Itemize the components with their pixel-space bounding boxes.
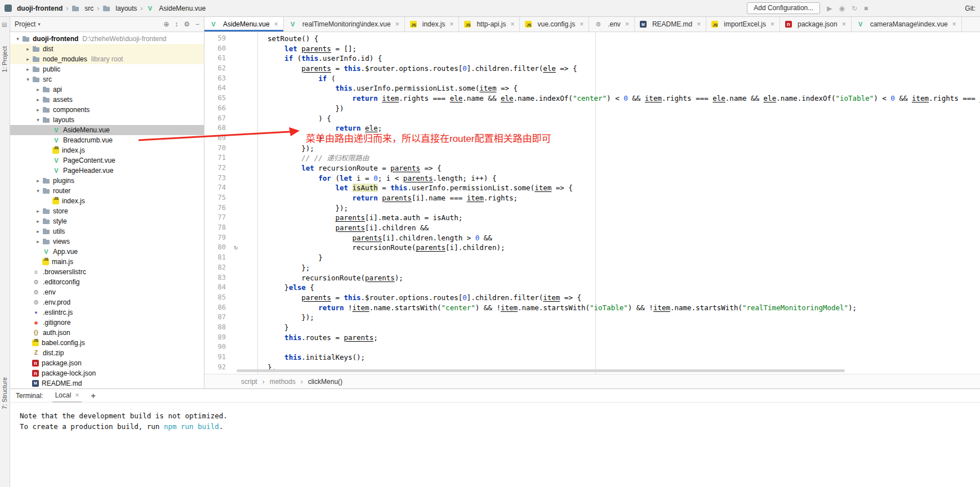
tree-item[interactable]: ▸api xyxy=(10,84,204,95)
hide-panel-icon[interactable]: − xyxy=(195,20,199,28)
tree-item[interactable]: VApp.vue xyxy=(10,247,204,257)
run-icon[interactable]: ▶ xyxy=(827,5,832,12)
editor-tab[interactable]: MREADME.md× xyxy=(635,17,706,32)
tree-item[interactable]: ▸plugins xyxy=(10,176,204,186)
tree-item[interactable]: ●.eslintrc.js xyxy=(10,307,204,318)
chevron-down-icon[interactable]: ▾ xyxy=(14,34,22,44)
editor-tab[interactable]: JShttp-api.js× xyxy=(459,17,520,32)
scroll-to-source-icon[interactable]: ⊕ xyxy=(163,20,169,28)
breadcrumb-item[interactable]: methods xyxy=(270,378,296,386)
tree-item[interactable]: ▸assets xyxy=(10,95,204,105)
tree-item[interactable]: ▸node_moduleslibrary root xyxy=(10,54,204,64)
add-configuration-button[interactable]: Add Configuration... xyxy=(747,2,820,14)
tab-close-icon[interactable]: × xyxy=(770,20,774,28)
tree-item[interactable]: ◆.gitignore xyxy=(10,318,204,328)
tree-item[interactable]: ⚙.env xyxy=(10,287,204,297)
tree-item[interactable]: JSmain.js xyxy=(10,257,204,267)
editor-tab[interactable]: npackage.json× xyxy=(780,17,852,32)
editor-tab[interactable]: VcameraManage\index.vue× xyxy=(852,17,962,32)
tree-item[interactable]: JSindex.js xyxy=(10,145,204,155)
terminal-tab-close-icon[interactable]: × xyxy=(75,391,79,399)
tree-item[interactable]: ≡.browserslistrc xyxy=(10,267,204,277)
tab-close-icon[interactable]: × xyxy=(274,20,278,28)
tree-item[interactable]: npackage-lock.json xyxy=(10,368,204,378)
code-line: 71 // // 递归权限路由 xyxy=(204,153,980,163)
tree-item[interactable]: ▾layouts xyxy=(10,115,204,125)
tool-window-button-project[interactable]: 1: Project xyxy=(1,46,8,72)
code-editor[interactable]: 59setRoute() {60 let parents = [];61 if … xyxy=(204,32,980,374)
tree-item[interactable]: ▸utils xyxy=(10,226,204,236)
tree-item[interactable]: ▾src xyxy=(10,74,204,84)
editor-tab[interactable]: VAsideMenu.vue× xyxy=(204,17,284,32)
breadcrumb-item[interactable]: VAsideMenu.vue xyxy=(146,5,206,12)
tree-item[interactable]: Zdist.zip xyxy=(10,348,204,358)
new-terminal-button[interactable]: + xyxy=(91,391,95,400)
breadcrumb-item[interactable]: script xyxy=(241,378,257,386)
chevron-right-icon[interactable]: ▸ xyxy=(34,206,42,216)
chevron-down-icon[interactable]: ▾ xyxy=(34,186,42,196)
tree-item[interactable]: ⚙.env.prod xyxy=(10,297,204,307)
breadcrumb-item[interactable]: clickMenu() xyxy=(308,378,342,386)
tree-item[interactable]: MREADME.md xyxy=(10,378,204,388)
rerun-icon[interactable]: ↻ xyxy=(852,5,857,12)
expand-collapse-icon[interactable]: ↕ xyxy=(175,20,178,28)
tree-item[interactable]: npackage.json xyxy=(10,358,204,368)
breadcrumb-item[interactable]: duoji-frontend xyxy=(5,5,63,12)
debug-icon[interactable]: ◉ xyxy=(839,5,845,12)
editor-tab[interactable]: VrealTimeMonitoring\index.vue× xyxy=(284,17,405,32)
tree-item[interactable]: {}auth.json xyxy=(10,328,204,338)
chevron-right-icon[interactable]: ▸ xyxy=(34,236,42,247)
tab-close-icon[interactable]: × xyxy=(580,20,583,28)
tool-window-button-structure[interactable]: 7: Structure xyxy=(1,377,8,409)
horizontal-scrollbar[interactable] xyxy=(237,369,845,372)
tab-close-icon[interactable]: × xyxy=(952,20,956,28)
chevron-down-icon[interactable]: ▾ xyxy=(24,74,32,84)
tool-window-icon[interactable]: ▤ xyxy=(2,21,7,28)
chevron-right-icon[interactable]: ▸ xyxy=(34,176,42,186)
settings-gear-icon[interactable]: ⚙ xyxy=(184,20,190,28)
tree-item[interactable]: VAsideMenu.vue xyxy=(10,125,204,135)
tree-item[interactable]: ▸style xyxy=(10,216,204,226)
tree-item[interactable]: VPageHeader.vue xyxy=(10,166,204,176)
tab-close-icon[interactable]: × xyxy=(510,20,514,28)
tab-close-icon[interactable]: × xyxy=(625,20,629,28)
tab-close-icon[interactable]: × xyxy=(395,20,399,28)
tree-item[interactable]: ▸dist xyxy=(10,44,204,54)
chevron-down-icon[interactable]: ▾ xyxy=(34,115,42,125)
project-view-selector[interactable]: Project ▾ xyxy=(15,20,41,28)
tree-item[interactable]: JSindex.js xyxy=(10,196,204,206)
git-widget[interactable]: Git: xyxy=(965,5,975,12)
chevron-right-icon[interactable]: ▸ xyxy=(24,44,32,54)
editor-tab[interactable]: ⚙.env× xyxy=(589,17,635,32)
chevron-right-icon[interactable]: ▸ xyxy=(34,95,42,105)
tab-close-icon[interactable]: × xyxy=(697,20,701,28)
tab-close-icon[interactable]: × xyxy=(449,20,453,28)
chevron-right-icon[interactable]: ▸ xyxy=(34,226,42,236)
editor-tab[interactable]: JSimportExcel.js× xyxy=(706,17,780,32)
terminal-output[interactable]: Note that the development build is not o… xyxy=(10,403,980,432)
tab-close-icon[interactable]: × xyxy=(842,20,846,28)
tree-item[interactable]: ▸public xyxy=(10,64,204,74)
tree-item[interactable]: VPageContent.vue xyxy=(10,155,204,166)
chevron-right-icon[interactable]: ▸ xyxy=(34,84,42,95)
tree-item[interactable]: ▸store xyxy=(10,206,204,216)
chevron-right-icon[interactable]: ▸ xyxy=(24,54,32,64)
terminal-tab-local[interactable]: Local × xyxy=(52,389,82,403)
js-icon: JS xyxy=(464,21,471,28)
tree-item[interactable]: ▾duoji-frontendD:\zheheWeb\duoji-fronten… xyxy=(10,34,204,44)
tree-item[interactable]: ⚙.editorconfig xyxy=(10,277,204,287)
editor-tab[interactable]: JSvue.config.js× xyxy=(520,17,589,32)
stop-icon[interactable]: ■ xyxy=(864,5,868,12)
chevron-right-icon[interactable]: ▸ xyxy=(34,216,42,226)
recursive-call-icon[interactable]: ↻ xyxy=(234,243,238,253)
chevron-right-icon[interactable]: ▸ xyxy=(24,64,32,74)
breadcrumb-item[interactable]: src xyxy=(72,5,93,12)
editor-tab[interactable]: JSindex.js× xyxy=(405,17,460,32)
breadcrumb-item[interactable]: layouts xyxy=(103,5,137,12)
tree-item[interactable]: ▸views xyxy=(10,236,204,247)
tree-item[interactable]: ▾router xyxy=(10,186,204,196)
tree-item[interactable]: ▸components xyxy=(10,105,204,115)
tree-item[interactable]: VBreadcrumb.vue xyxy=(10,135,204,145)
chevron-right-icon[interactable]: ▸ xyxy=(34,105,42,115)
tree-item[interactable]: JSbabel.config.js xyxy=(10,338,204,348)
